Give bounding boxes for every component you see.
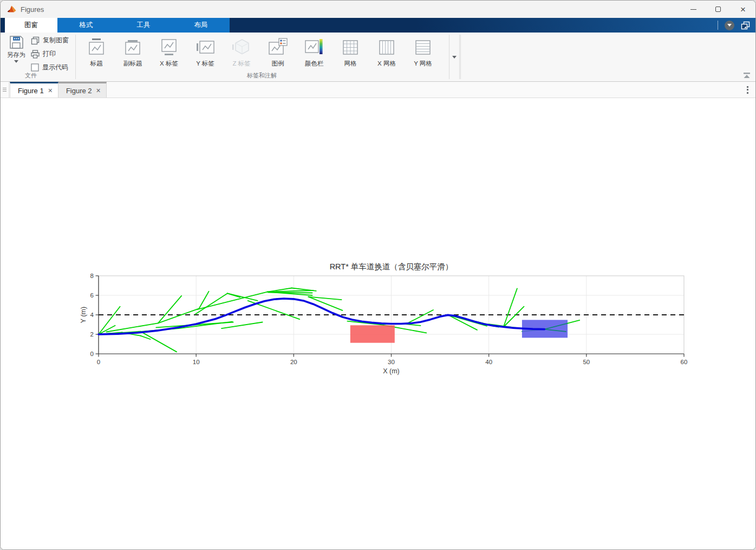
subtitle-button[interactable]: 副标题 bbox=[116, 35, 149, 74]
x-grid-icon bbox=[377, 38, 396, 57]
ribbon-tab-format[interactable]: 格式 bbox=[57, 18, 115, 33]
svg-text:40: 40 bbox=[485, 359, 492, 365]
section-divider bbox=[75, 35, 76, 79]
annotation-overflow-button[interactable] bbox=[449, 35, 460, 79]
save-icon bbox=[9, 35, 24, 49]
svg-text:Y (m): Y (m) bbox=[80, 307, 87, 323]
grid-button[interactable]: 网格 bbox=[334, 35, 367, 74]
copy-icon bbox=[31, 36, 40, 45]
svg-text:20: 20 bbox=[290, 359, 297, 365]
x-label-button[interactable]: X 标签 bbox=[152, 35, 186, 74]
app-title: Figures bbox=[21, 5, 44, 14]
close-button[interactable]: × bbox=[731, 1, 755, 18]
chevron-down-icon bbox=[727, 24, 732, 27]
maximize-button[interactable] bbox=[706, 1, 731, 18]
titlebar: Figures × bbox=[1, 1, 755, 18]
print-icon bbox=[31, 50, 40, 59]
x-label-icon bbox=[160, 38, 178, 57]
svg-text:X (m): X (m) bbox=[383, 367, 400, 375]
show-code-label: 显示代码 bbox=[42, 63, 68, 72]
show-code-checkbox[interactable]: 显示代码 bbox=[31, 63, 69, 72]
tab-options-menu[interactable] bbox=[739, 82, 755, 98]
grid-icon bbox=[341, 38, 360, 57]
annotation-buttons: 标题 副标题 X 标签 bbox=[80, 35, 440, 74]
colorbar-icon bbox=[304, 38, 324, 57]
svg-text:RRT* 单车道换道（含贝塞尔平滑）: RRT* 单车道换道（含贝塞尔平滑） bbox=[330, 262, 453, 271]
rrt-plot: RRT* 单车道换道（含贝塞尔平滑）010203040506002468X (m… bbox=[1, 98, 756, 550]
ribbon-tab-strip: 图窗 格式 工具 布局 bbox=[1, 18, 755, 33]
file-section-label: 文件 bbox=[25, 72, 37, 80]
svg-text:0: 0 bbox=[90, 351, 94, 357]
figure-tab-bar: Figure 1 × Figure 2 × bbox=[1, 82, 755, 98]
subtitle-icon bbox=[123, 38, 142, 57]
tab-figure-1[interactable]: Figure 1 × bbox=[10, 82, 58, 98]
z-label-button: Z 标签 bbox=[225, 35, 258, 74]
section-divider bbox=[460, 35, 461, 79]
checkbox-unchecked-icon bbox=[31, 63, 39, 72]
svg-text:50: 50 bbox=[583, 359, 590, 365]
ribbon-separator bbox=[718, 21, 718, 30]
minimize-button[interactable] bbox=[681, 1, 706, 18]
chevron-down-icon bbox=[14, 60, 18, 63]
obstacle-red bbox=[350, 325, 395, 342]
collapse-ribbon-button[interactable] bbox=[742, 72, 751, 79]
print-label: 打印 bbox=[43, 49, 56, 59]
undock-window-icon[interactable] bbox=[741, 21, 750, 30]
close-icon[interactable]: × bbox=[96, 87, 101, 94]
y-label-button[interactable]: Y 标签 bbox=[188, 35, 222, 74]
window-controls: × bbox=[681, 1, 755, 18]
ribbon-tab-tools[interactable]: 工具 bbox=[115, 18, 172, 33]
title-icon bbox=[87, 38, 106, 57]
ribbon-toolbar: 另存为 复制图窗 打印 bbox=[1, 33, 755, 82]
y-grid-icon bbox=[414, 38, 432, 57]
annotation-section-label: 标签和注解 bbox=[247, 72, 277, 80]
file-section-buttons: 复制图窗 打印 显示代码 bbox=[31, 36, 69, 72]
svg-text:2: 2 bbox=[90, 331, 94, 338]
close-icon[interactable]: × bbox=[48, 87, 53, 94]
svg-text:10: 10 bbox=[193, 359, 200, 365]
figures-window: Figures × 图窗 格式 工具 布局 bbox=[0, 0, 756, 550]
tab-drag-handle[interactable] bbox=[1, 82, 9, 98]
y-grid-button[interactable]: Y 网格 bbox=[406, 35, 440, 74]
svg-text:6: 6 bbox=[90, 292, 94, 299]
copy-figure-button[interactable]: 复制图窗 bbox=[31, 36, 69, 45]
chevron-down-icon bbox=[452, 56, 457, 59]
x-grid-button[interactable]: X 网格 bbox=[370, 35, 403, 74]
ribbon-tab-figure[interactable]: 图窗 bbox=[5, 18, 57, 33]
tab-label: Figure 2 bbox=[66, 87, 92, 95]
y-label-icon bbox=[196, 38, 214, 57]
svg-text:4: 4 bbox=[90, 312, 94, 318]
print-button[interactable]: 打印 bbox=[31, 49, 69, 59]
svg-text:30: 30 bbox=[388, 359, 395, 365]
copy-figure-label: 复制图窗 bbox=[43, 36, 69, 45]
svg-text:60: 60 bbox=[681, 359, 688, 365]
save-as-label: 另存为 bbox=[7, 51, 26, 59]
ribbon-help-dropdown-button[interactable] bbox=[725, 21, 734, 30]
matlab-logo-icon bbox=[7, 5, 16, 14]
colorbar-button[interactable]: 颜色栏 bbox=[297, 35, 331, 74]
save-as-button[interactable]: 另存为 bbox=[5, 35, 28, 72]
svg-text:8: 8 bbox=[90, 273, 94, 279]
legend-button[interactable]: 图例 bbox=[261, 35, 295, 74]
z-label-icon bbox=[232, 38, 251, 57]
tab-label: Figure 1 bbox=[18, 87, 44, 95]
ribbon-tab-layout[interactable]: 布局 bbox=[172, 18, 230, 33]
tab-figure-2[interactable]: Figure 2 × bbox=[58, 82, 107, 98]
title-button[interactable]: 标题 bbox=[80, 35, 113, 74]
figure-canvas[interactable]: RRT* 单车道换道（含贝塞尔平滑）010203040506002468X (m… bbox=[1, 98, 756, 550]
legend-icon bbox=[268, 38, 288, 57]
svg-text:0: 0 bbox=[97, 359, 100, 365]
